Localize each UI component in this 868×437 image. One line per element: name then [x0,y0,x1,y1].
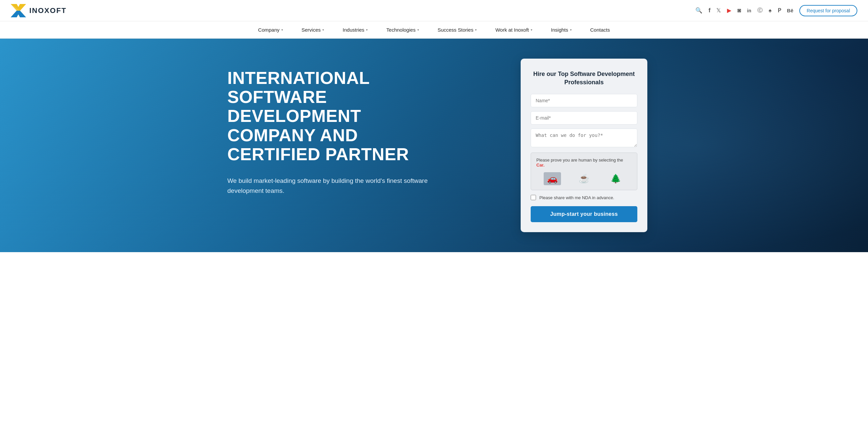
hero-content: INTERNATIONAL SOFTWARE DEVELOPMENT COMPA… [201,39,667,252]
captcha-box: Please prove you are human by selecting … [531,153,637,190]
logo-icon [11,4,26,17]
linkedin-icon[interactable]: in [747,8,751,13]
captcha-tree-option[interactable]: 🌲 [607,172,624,185]
captcha-instruction: Please prove you are human by selecting … [536,158,632,168]
hero-left: INTERNATIONAL SOFTWARE DEVELOPMENT COMPA… [227,59,454,196]
request-proposal-button[interactable]: Request for proposal [799,5,857,16]
email-input[interactable] [531,111,637,125]
top-right-area: 🔍 f 𝕏 ▶ ◙ in Ⓒ ♠ 𝖯 Bē Request for propos… [695,5,857,16]
nav-item-success-stories[interactable]: Success Stories ▾ [428,21,486,39]
nav-item-services[interactable]: Services ▾ [292,21,334,39]
producthunt-icon[interactable]: 𝖯 [778,7,781,14]
chevron-down-icon: ▾ [417,28,419,32]
nda-label: Please share with me NDA in advance. [539,195,614,200]
chevron-down-icon: ▾ [281,28,283,32]
hero-subtitle: We build market-leading software by buil… [227,176,454,196]
logo-text: INOXOFT [29,6,67,15]
behance-icon[interactable]: Bē [787,8,793,13]
chevron-down-icon: ▾ [475,28,477,32]
hero-title: INTERNATIONAL SOFTWARE DEVELOPMENT COMPA… [227,69,454,164]
captcha-highlight: Car. [536,163,545,168]
svg-marker-2 [11,11,26,17]
submit-button[interactable]: Jump-start your business [531,206,637,222]
form-title: Hire our Top Software Development Profes… [531,70,637,87]
message-input[interactable] [531,129,637,147]
nda-row: Please share with me NDA in advance. [531,195,637,200]
nav-item-industries[interactable]: Industries ▾ [333,21,377,39]
nav-item-insights[interactable]: Insights ▾ [542,21,581,39]
twitter-icon[interactable]: 𝕏 [716,7,721,14]
facebook-icon[interactable]: f [708,7,710,14]
nav-bar: Company ▾ Services ▾ Industries ▾ Techno… [0,21,868,39]
chevron-down-icon: ▾ [531,28,532,32]
search-icon[interactable]: 🔍 [695,7,702,14]
top-bar: INOXOFT 🔍 f 𝕏 ▶ ◙ in Ⓒ ♠ 𝖯 Bē Request fo… [0,0,868,21]
clutch-icon[interactable]: Ⓒ [757,7,763,14]
nda-checkbox[interactable] [531,195,536,200]
logo[interactable]: INOXOFT [11,4,67,17]
name-input[interactable] [531,94,637,107]
hero-section: INTERNATIONAL SOFTWARE DEVELOPMENT COMPA… [0,39,868,252]
nav-item-company[interactable]: Company ▾ [249,21,292,39]
captcha-icons-row: 🚗 ☕ 🌲 [536,172,632,185]
nav-item-contacts[interactable]: Contacts [581,27,619,33]
nav-item-work-at-inoxoft[interactable]: Work at Inoxoft ▾ [486,21,542,39]
chevron-down-icon: ▾ [366,28,368,32]
nav-item-technologies[interactable]: Technologies ▾ [377,21,428,39]
contact-form-card: Hire our Top Software Development Profes… [521,59,647,232]
chevron-down-icon: ▾ [322,28,324,32]
instagram-icon[interactable]: ◙ [737,7,741,14]
captcha-car-option[interactable]: 🚗 [544,172,561,185]
chevron-down-icon: ▾ [570,28,572,32]
youtube-icon[interactable]: ▶ [727,7,731,14]
captcha-coffee-option[interactable]: ☕ [575,172,593,185]
github-icon[interactable]: ♠ [769,7,772,14]
